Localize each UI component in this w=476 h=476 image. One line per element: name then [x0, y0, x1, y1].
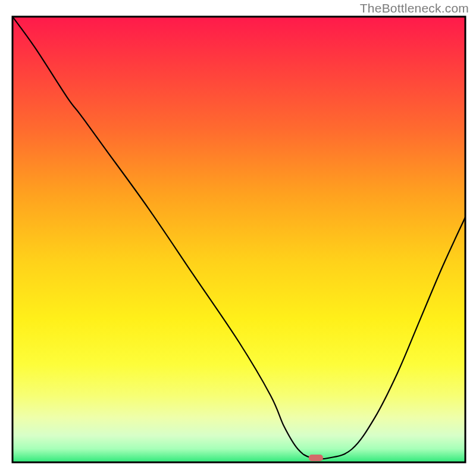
chart-container: TheBottleneck.com	[0, 0, 476, 476]
watermark-label: TheBottleneck.com	[360, 1, 469, 15]
bottleneck-chart	[0, 0, 476, 476]
chart-background	[12, 17, 465, 462]
target-marker	[309, 455, 323, 461]
